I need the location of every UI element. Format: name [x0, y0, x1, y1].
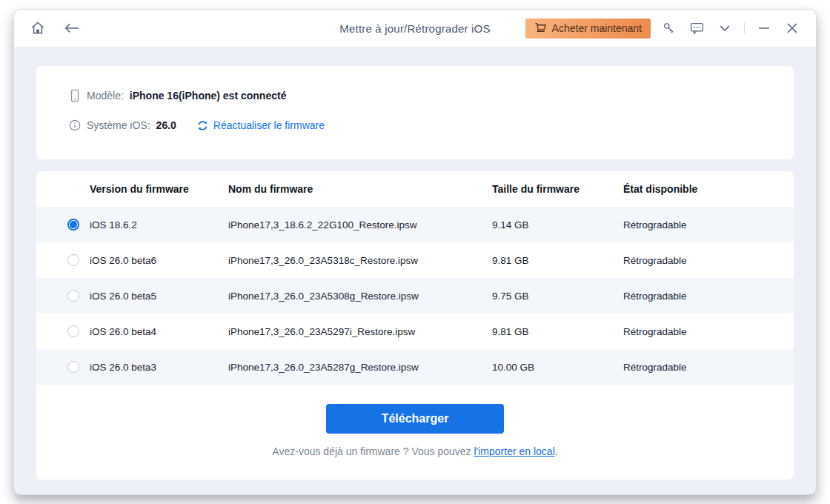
firmware-version: iOS 26.0 beta4 [90, 326, 156, 337]
feedback-button[interactable] [686, 18, 707, 39]
firmware-version: iOS 26.0 beta6 [90, 255, 156, 266]
titlebar-divider [744, 22, 745, 34]
phone-icon [69, 89, 81, 102]
header-status: État disponible [623, 183, 794, 195]
firmware-radio[interactable] [67, 325, 79, 337]
actions-area: Télécharger Avez-vous déjà un firmware ?… [36, 385, 794, 457]
home-button[interactable] [27, 18, 48, 39]
firmware-name: iPhone17,3_26.0_23A5287g_Restore.ipsw [228, 362, 492, 373]
firmware-row[interactable]: iOS 26.0 beta5 iPhone17,3_26.0_23A5308g_… [36, 278, 794, 314]
close-button[interactable] [782, 18, 803, 39]
firmware-name: iPhone17,3_18.6.2_22G100_Restore.ipsw [228, 219, 492, 231]
buy-now-label: Acheter maintenant [552, 22, 642, 34]
firmware-version: iOS 26.0 beta3 [90, 362, 156, 373]
minimize-icon [759, 27, 769, 30]
header-name: Nom du firmware [228, 183, 492, 195]
cart-icon [534, 22, 547, 34]
firmware-status: Rétrogradable [623, 255, 794, 266]
close-icon [787, 23, 797, 33]
firmware-row[interactable]: iOS 26.0 beta4 iPhone17,3_26.0_23A5297i_… [36, 314, 794, 349]
model-label: Modèle: [87, 90, 124, 102]
refresh-link-label: Réactualiser le firmware [213, 119, 325, 131]
firmware-radio[interactable] [67, 361, 79, 373]
import-local-link[interactable]: l'importer en local [474, 445, 554, 457]
firmware-name: iPhone17,3_26.0_23A5308g_Restore.ipsw [228, 291, 492, 302]
firmware-status: Rétrogradable [623, 219, 794, 231]
title-bar: Mettre à jour/Rétrograder iOS Acheter ma… [14, 10, 816, 47]
firmware-table-header: Version du firmware Nom du firmware Tail… [36, 171, 794, 207]
firmware-size: 9.81 GB [492, 255, 623, 266]
firmware-size: 9.14 GB [492, 219, 623, 231]
app-window: Mettre à jour/Rétrograder iOS Acheter ma… [13, 9, 817, 495]
import-hint-prefix: Avez-vous déjà un firmware ? Vous pouvez [272, 445, 474, 457]
import-hint: Avez-vous déjà un firmware ? Vous pouvez… [36, 445, 794, 457]
device-system-row: Système iOS: 26.0 Réactualiser le firmwa… [69, 113, 794, 137]
main-content: Modèle: iPhone 16(iPhone) est connecté S… [14, 47, 816, 480]
device-model-row: Modèle: iPhone 16(iPhone) est connecté [69, 84, 794, 107]
firmware-radio[interactable] [67, 290, 79, 302]
firmware-name: iPhone17,3_26.0_23A5318c_Restore.ipsw [228, 255, 492, 266]
menu-dropdown-button[interactable] [714, 18, 735, 39]
download-button[interactable]: Télécharger [326, 404, 504, 434]
device-info-panel: Modèle: iPhone 16(iPhone) est connecté S… [36, 66, 794, 159]
system-label: Système iOS: [87, 119, 150, 131]
firmware-row[interactable]: iOS 26.0 beta6 iPhone17,3_26.0_23A5318c_… [36, 242, 794, 278]
import-hint-suffix: . [555, 445, 558, 457]
firmware-row[interactable]: iOS 26.0 beta3 iPhone17,3_26.0_23A5287g_… [36, 349, 794, 385]
refresh-icon [197, 120, 208, 131]
chevron-down-icon [719, 24, 731, 32]
firmware-size: 9.81 GB [492, 326, 623, 337]
firmware-name: iPhone17,3_26.0_23A5297i_Restore.ipsw [228, 326, 492, 337]
model-value: iPhone 16(iPhone) est connecté [130, 90, 287, 102]
firmware-radio[interactable] [67, 219, 79, 231]
firmware-row[interactable]: iOS 18.6.2 iPhone17,3_18.6.2_22G100_Rest… [36, 207, 794, 242]
firmware-status: Rétrogradable [623, 362, 794, 373]
firmware-status: Rétrogradable [623, 326, 794, 337]
header-size: Taille du firmware [492, 183, 623, 195]
firmware-size: 9.75 GB [492, 291, 623, 302]
firmware-radio[interactable] [67, 254, 79, 266]
firmware-status: Rétrogradable [623, 291, 794, 302]
refresh-firmware-link[interactable]: Réactualiser le firmware [197, 119, 325, 131]
system-value: 26.0 [156, 119, 176, 131]
firmware-table-body: iOS 18.6.2 iPhone17,3_18.6.2_22G100_Rest… [36, 207, 794, 385]
home-icon [30, 21, 45, 36]
firmware-size: 10.00 GB [492, 362, 623, 373]
header-version: Version du firmware [36, 183, 228, 195]
firmware-panel: Version du firmware Nom du firmware Tail… [36, 171, 794, 480]
back-arrow-icon [64, 22, 80, 34]
key-icon [662, 21, 675, 35]
back-button[interactable] [62, 18, 82, 39]
register-button[interactable] [658, 18, 679, 39]
minimize-button[interactable] [754, 18, 774, 39]
firmware-version: iOS 26.0 beta5 [90, 291, 156, 302]
buy-now-button[interactable]: Acheter maintenant [525, 19, 651, 39]
firmware-version: iOS 18.6.2 [90, 219, 137, 231]
chat-icon [690, 21, 704, 35]
info-icon [69, 119, 81, 131]
